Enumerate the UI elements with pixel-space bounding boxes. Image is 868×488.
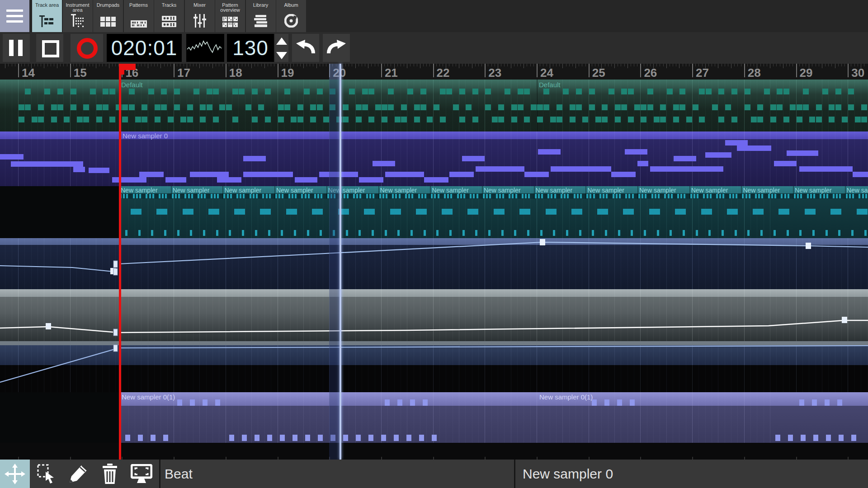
sample-dot <box>630 399 635 406</box>
library-icon <box>253 15 269 29</box>
tab-pattern-overview[interactable]: Pattern overview <box>215 0 245 32</box>
track-lane-pattern[interactable]: New samplerNew samplerNew samplerNew sam… <box>119 186 868 238</box>
mini-tick <box>421 194 423 198</box>
empty-strip <box>0 443 868 460</box>
redo-button[interactable] <box>323 34 350 62</box>
tempo-stepper[interactable] <box>275 34 288 62</box>
drum-note <box>492 117 498 122</box>
mini-tick <box>820 194 821 198</box>
track-area[interactable]: DefaultDefaultNew sampler 0New samplerNe… <box>0 80 868 460</box>
mini-tick <box>642 194 643 198</box>
mini-tick <box>125 230 127 236</box>
tempo-display[interactable]: 130 <box>227 34 274 62</box>
drum-note <box>245 104 251 110</box>
drum-note <box>25 89 31 94</box>
mini-tick <box>240 194 241 198</box>
delete-tool-button[interactable] <box>95 460 125 488</box>
drum-note <box>362 104 368 110</box>
mini-tick <box>551 194 552 198</box>
drum-note <box>401 104 407 110</box>
track-lane-automation-3[interactable] <box>0 345 868 365</box>
mini-tick <box>742 194 744 198</box>
mini-tick <box>190 230 192 236</box>
drum-note <box>382 104 387 110</box>
melody-note <box>737 145 771 151</box>
track-lane-beat[interactable]: DefaultDefault <box>0 80 868 131</box>
mini-tick <box>146 194 147 198</box>
pattern-note <box>857 209 868 215</box>
mini-tick <box>747 230 750 236</box>
tab-library[interactable]: Library <box>246 0 276 32</box>
pattern-note <box>183 209 193 215</box>
mini-tick <box>774 230 776 236</box>
screen-tool-button[interactable] <box>127 460 156 488</box>
drum-note <box>356 117 362 122</box>
tab-patterns[interactable]: Patterns <box>124 0 154 32</box>
drum-note <box>317 104 323 110</box>
pattern-clip-label: New sampler <box>847 187 868 194</box>
tab-mixer[interactable]: Mixer <box>185 0 215 32</box>
stop-button[interactable] <box>36 34 63 62</box>
waveform-display[interactable] <box>186 34 224 62</box>
mini-tick <box>382 194 384 198</box>
record-button[interactable] <box>71 34 103 62</box>
move-tool-button[interactable] <box>0 460 30 488</box>
mini-tick <box>301 194 303 198</box>
drum-note <box>699 117 705 122</box>
edit-cursor-line[interactable] <box>340 64 341 460</box>
mini-tick <box>188 194 190 198</box>
mini-tick <box>149 194 151 198</box>
drum-note <box>44 89 50 94</box>
melody-note <box>243 172 293 177</box>
drum-note <box>207 89 212 94</box>
mini-tick <box>509 194 510 198</box>
instrument-name-label[interactable]: New sampler 0 <box>523 460 613 488</box>
time-display[interactable]: 020:01 <box>107 34 182 62</box>
pattern-clip-label: New sampler <box>121 187 158 194</box>
pencil-tool-button[interactable] <box>63 460 93 488</box>
drum-note <box>621 89 627 94</box>
tab-album[interactable]: Album <box>276 0 306 32</box>
pattern-note <box>830 209 841 215</box>
mini-tick <box>696 230 698 236</box>
drum-note <box>297 117 303 122</box>
tab-drumpads[interactable]: Drumpads <box>93 0 123 32</box>
mini-tick <box>229 230 231 236</box>
track-lane-automation-2[interactable] <box>0 289 868 341</box>
mini-tick <box>373 194 374 198</box>
track-lane-sampler0[interactable]: New sampler 0 <box>0 131 868 186</box>
mini-tick <box>547 194 549 198</box>
undo-button[interactable] <box>292 34 319 62</box>
mini-tick <box>535 194 537 198</box>
mini-tick <box>606 194 608 198</box>
drum-note <box>855 117 861 122</box>
mini-tick <box>395 194 397 198</box>
playhead-line[interactable] <box>119 64 121 460</box>
undo-icon <box>295 39 316 57</box>
ruler-bar-number: 29 <box>800 66 813 80</box>
tab-tracks[interactable]: Tracks <box>154 0 184 32</box>
pattern-note <box>675 209 686 215</box>
menu-button[interactable] <box>0 0 29 32</box>
mini-tick <box>813 194 815 198</box>
mini-tick <box>645 194 646 198</box>
pattern-note <box>753 209 764 215</box>
mini-tick <box>703 194 705 198</box>
drum-note <box>77 117 83 122</box>
mini-tick <box>664 194 666 198</box>
mini-tick <box>162 194 164 198</box>
track-lane-automation-1[interactable] <box>0 238 868 289</box>
tab-track-area[interactable]: Track area <box>32 0 62 32</box>
mini-tick <box>690 194 692 198</box>
pattern-note <box>597 209 608 215</box>
drum-note <box>570 104 576 110</box>
tab-instrument-area[interactable]: Instrument area <box>63 0 93 32</box>
pattern-name-label[interactable]: Beat <box>165 460 193 488</box>
track-lane-sampler0-1[interactable]: New sampler 0(1)New sampler 0(1) <box>119 392 868 443</box>
select-tool-button[interactable] <box>32 460 61 488</box>
pattern-note <box>286 209 297 215</box>
pause-button[interactable] <box>3 34 30 62</box>
mini-tick <box>126 194 128 198</box>
mini-tick <box>655 194 656 198</box>
drum-note <box>816 117 822 122</box>
